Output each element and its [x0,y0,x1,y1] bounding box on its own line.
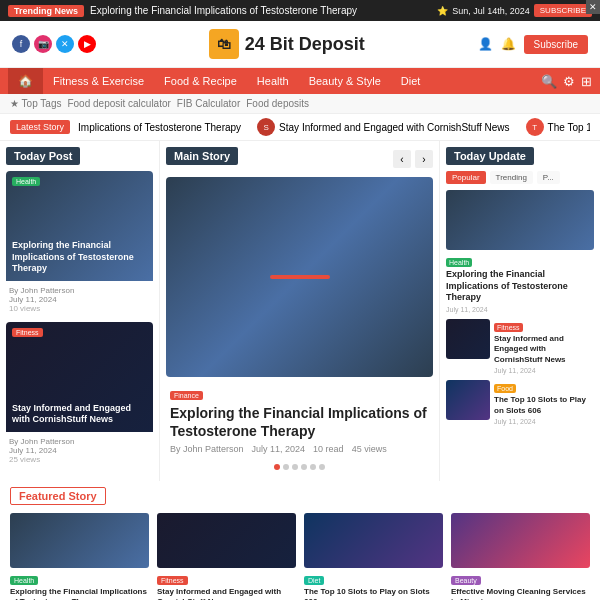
featured-image-3 [451,513,590,568]
today-update-column: Today Update Popular Trending P... Healt… [440,141,600,481]
close-trending-button[interactable]: ✕ [586,0,600,14]
main-nav: 🏠 Fitness & Exercise Food & Recipe Healt… [0,68,600,94]
nav-diet[interactable]: Diet [391,69,431,93]
today-post-header: Today Post [6,147,80,165]
dot-4[interactable] [310,464,316,470]
featured-item-1[interactable]: Fitness Stay Informed and Engaged with C… [157,513,296,600]
latest-text-2: The Top 10 Slots to Play on Slots [548,122,590,133]
nav-icons: 🔍 ⚙ ⊞ [541,74,592,89]
prev-arrow[interactable]: ‹ [393,150,411,168]
main-story-image [166,177,433,377]
bell-icon[interactable]: 🔔 [501,37,516,51]
tag-food-deposits[interactable]: Food deposits [246,98,309,109]
featured-title-1: Stay Informed and Engaged with CornishSt… [157,587,296,600]
update-text-2: Food The Top 10 Slots to Play on Slots 6… [494,380,594,425]
youtube-icon[interactable]: ▶ [78,35,96,53]
update-date-1: July 11, 2024 [494,367,594,374]
post-views-0: 10 views [9,304,150,313]
post-title-0: Exploring the Financial Implications of … [12,240,147,275]
main-story-nav: ‹ › [393,150,433,168]
featured-item-0[interactable]: Health Exploring the Financial Implicati… [10,513,149,600]
main-story-label: Main Story [166,147,238,165]
latest-text-1: Stay Informed and Engaged with CornishSt… [279,122,510,133]
update-item-1[interactable]: Fitness Stay Informed and Engaged with C… [446,319,594,374]
featured-category-1: Fitness [157,576,188,585]
nav-health[interactable]: Health [247,69,299,93]
update-title-2: The Top 10 Slots to Play on Slots 606 [494,395,594,416]
tag-food-calculator[interactable]: Food deposit calculator [67,98,170,109]
main-content: Today Post Health Exploring the Financia… [0,141,600,481]
dot-0[interactable] [274,464,280,470]
tag-fib-calculator[interactable]: FIB Calculator [177,98,240,109]
post-title-1: Stay Informed and Engaged with CornishSt… [12,403,147,426]
update-item-2[interactable]: Food The Top 10 Slots to Play on Slots 6… [446,380,594,425]
featured-item-2[interactable]: Diet The Top 10 Slots to Play on Slots 6… [304,513,443,600]
nav-beauty[interactable]: Beauty & Style [299,69,391,93]
facebook-icon[interactable]: f [12,35,30,53]
update-item-featured[interactable]: Health Exploring the Financial Implicati… [446,190,594,313]
latest-item-1[interactable]: S Stay Informed and Engaged with Cornish… [257,118,510,136]
trending-date: Sun, Jul 14th, 2024 [452,6,530,16]
header-right: 👤 🔔 Subscribe [478,35,588,54]
update-text-1: Fitness Stay Informed and Engaged with C… [494,319,594,374]
featured-image-1 [157,513,296,568]
update-tabs: Popular Trending P... [446,171,594,184]
tab-popular[interactable]: Popular [446,171,486,184]
star-icon: ⭐ [437,6,448,16]
latest-text-0: Implications of Testosterone Therapy [78,122,241,133]
nav-fitness[interactable]: Fitness & Exercise [43,69,154,93]
latest-item-2[interactable]: T The Top 10 Slots to Play on Slots [526,118,590,136]
post-meta-1: By John Patterson July 11, 2024 [9,437,150,455]
update-category-1: Fitness [494,323,523,332]
dot-1[interactable] [283,464,289,470]
featured-image-2 [304,513,443,568]
post-category-0: Health [12,177,40,186]
latest-tag: Latest Story [10,120,70,134]
trending-bar: Trending News Exploring the Financial Im… [0,0,600,21]
social-icons: f 📷 ✕ ▶ [12,35,96,53]
post-category-1: Fitness [12,328,43,337]
tags-label: ★ Top Tags [10,98,61,109]
logo-text: 24 Bit Deposit [245,34,365,55]
settings-icon[interactable]: ⚙ [563,74,575,89]
today-post-column: Today Post Health Exploring the Financia… [0,141,160,481]
tab-more[interactable]: P... [537,171,560,184]
update-featured-image [446,190,594,250]
subscribe-small-button[interactable]: SUBSCRIBE [534,4,592,17]
grid-icon[interactable]: ⊞ [581,74,592,89]
nav-food[interactable]: Food & Recipe [154,69,247,93]
featured-header: Featured Story [10,487,106,505]
tags-bar: ★ Top Tags Food deposit calculator FIB C… [0,94,600,114]
latest-item-0[interactable]: Implications of Testosterone Therapy [78,122,241,133]
trending-text: Exploring the Financial Implications of … [90,5,357,16]
post-meta-0: By John Patterson July 11, 2024 [9,286,150,304]
featured-item-3[interactable]: Beauty Effective Moving Cleaning Service… [451,513,590,600]
dot-3[interactable] [301,464,307,470]
post-card-1[interactable]: Fitness Stay Informed and Engaged with C… [6,322,153,467]
user-icon[interactable]: 👤 [478,37,493,51]
next-arrow[interactable]: › [415,150,433,168]
search-icon[interactable]: 🔍 [541,74,557,89]
featured-category-0: Health [10,576,38,585]
twitter-icon[interactable]: ✕ [56,35,74,53]
dot-5[interactable] [319,464,325,470]
post-views-1: 25 views [9,455,150,464]
tab-trending[interactable]: Trending [490,171,533,184]
featured-section: Featured Story Health Exploring the Fina… [0,481,600,600]
post-card-0[interactable]: Health Exploring the Financial Implicati… [6,171,153,316]
update-date-2: July 11, 2024 [494,418,594,425]
featured-title-0: Exploring the Financial Implications of … [10,587,149,600]
main-story-body: Finance Exploring the Financial Implicat… [166,383,433,458]
logo[interactable]: 🛍 24 Bit Deposit [209,29,365,59]
instagram-icon[interactable]: 📷 [34,35,52,53]
subscribe-button[interactable]: Subscribe [524,35,588,54]
today-update-header: Today Update [446,147,534,165]
dot-2[interactable] [292,464,298,470]
trending-tag: Trending News [8,5,84,17]
latest-avatar-1: S [257,118,275,136]
main-story-category: Finance [170,391,203,400]
featured-grid: Health Exploring the Financial Implicati… [10,513,590,600]
nav-home[interactable]: 🏠 [8,68,43,94]
main-story-header: Main Story ‹ › [166,147,433,171]
latest-items: Implications of Testosterone Therapy S S… [78,118,590,136]
